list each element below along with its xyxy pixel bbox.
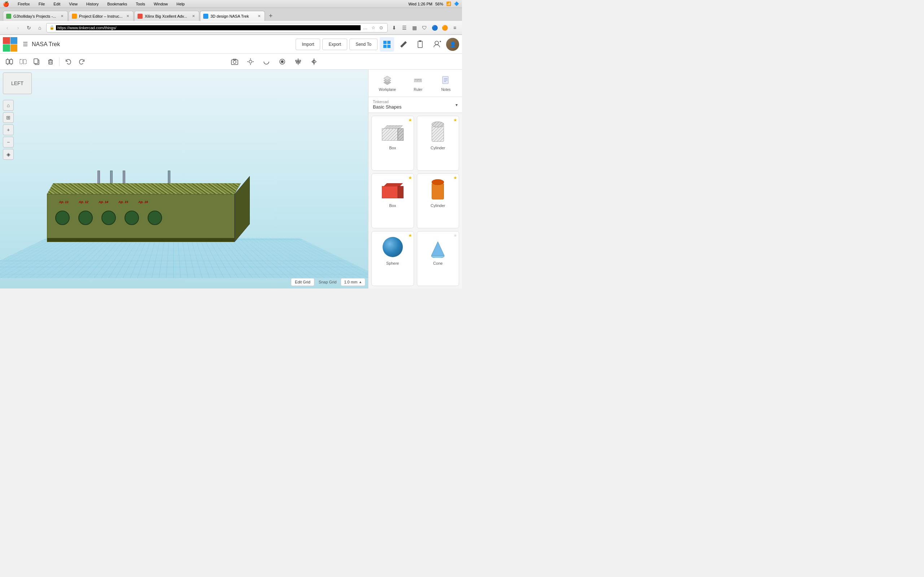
cyl-orange-visual [429, 179, 447, 200]
bottom-bar: Edit Grid Snap Grid 1.0 mm ▲ [291, 278, 365, 286]
shape-box-red[interactable]: ★ Box [372, 174, 414, 228]
undo-btn[interactable] [62, 55, 75, 68]
star-icon[interactable]: ★ [408, 118, 412, 122]
notes-tool[interactable]: Notes [436, 73, 456, 94]
shield-icon[interactable]: 🛡 [420, 23, 429, 32]
shape-btn[interactable] [260, 55, 273, 68]
user-avatar[interactable]: 👤 [446, 38, 459, 51]
box-right-face [398, 186, 404, 198]
delete-btn[interactable] [44, 55, 57, 68]
dropdown-arrow-icon: ▾ [456, 102, 458, 108]
shape-cone[interactable]: ★ Cone [417, 231, 459, 286]
new-tab-btn[interactable]: + [266, 11, 276, 21]
duplicate-btn[interactable] [30, 55, 43, 68]
address-bar[interactable]: 🔒 https://www.tinkercad.com/things/ … ☆ … [46, 23, 388, 32]
sendto-btn[interactable]: Send To [349, 39, 378, 50]
align-btn[interactable] [292, 55, 305, 68]
perspective-btn[interactable]: ◈ [3, 149, 14, 160]
back-btn[interactable]: ‹ [3, 23, 11, 32]
tab-nasa-trek[interactable]: 3D design NASA Trek ✕ [200, 11, 265, 21]
menubar-view[interactable]: View [68, 2, 79, 6]
star-icon[interactable]: ★ [408, 233, 412, 238]
shape-sphere-blue[interactable]: ★ Sphere [372, 231, 414, 286]
profile-icon[interactable]: 🟠 [440, 23, 449, 32]
star-icon[interactable]: ★ [408, 175, 412, 180]
sync-icon[interactable]: 🔵 [430, 23, 439, 32]
view-label[interactable]: LEFT [3, 73, 32, 94]
zoom-out-btn[interactable]: − [3, 137, 14, 148]
tab-close-btn[interactable]: ✕ [60, 14, 65, 19]
edit-grid-btn[interactable]: Edit Grid [291, 278, 314, 286]
clipboard-btn[interactable] [413, 37, 427, 52]
bookmark-icon[interactable]: ☆ [370, 24, 376, 31]
ungroup-btn[interactable] [16, 55, 30, 68]
tab-view-icon[interactable]: ▦ [410, 23, 419, 32]
reload-btn[interactable]: ↻ [24, 23, 33, 32]
tab-close-btn[interactable]: ✕ [257, 14, 262, 19]
tab-close-btn[interactable]: ✕ [125, 14, 130, 19]
pickaxe-btn[interactable] [396, 37, 411, 52]
snap-value[interactable]: 1.0 mm ▲ [341, 278, 365, 286]
redo-btn[interactable] [76, 55, 89, 68]
add-user-btn[interactable] [430, 37, 444, 52]
menubar-window[interactable]: Window [152, 2, 169, 6]
tinkercad-bar: ☰ NASA Trek Import Export Send To 👤 [0, 35, 462, 54]
tab-project-editor[interactable]: Project Editor – Instruc... ✕ [69, 11, 134, 21]
library-icon[interactable]: ☰ [400, 23, 409, 32]
menu-icon[interactable]: ≡ [451, 23, 459, 32]
ruler-tool[interactable]: Ruler [408, 73, 428, 94]
menubar-time: Wed 1:26 PM [409, 2, 432, 6]
browser-right-icons: ⬇ ☰ ▦ 🛡 🔵 🟠 ≡ [390, 23, 459, 32]
group-btn[interactable] [3, 55, 16, 68]
light-btn[interactable] [244, 55, 257, 68]
svg-marker-32 [312, 60, 314, 63]
tab-xilinx[interactable]: Xilinx Big Xcellent Adv... ✕ [134, 11, 199, 21]
export-btn[interactable]: Export [322, 39, 347, 50]
tinkercad-logo[interactable] [3, 37, 17, 52]
tab-label: Xilinx Big Xcellent Adv... [145, 14, 189, 18]
shapes-dropdown[interactable]: Tinkercad Basic Shapes ▾ [368, 97, 462, 113]
shape-visual [380, 234, 405, 259]
download-icon[interactable]: ⬇ [390, 23, 399, 32]
tab-favicon [6, 14, 11, 19]
tab-close-btn[interactable]: ✕ [191, 14, 196, 19]
tab-favicon [137, 14, 142, 19]
tab-label: Project Editor – Instruc... [79, 14, 123, 18]
home-view-btn[interactable]: ⌂ [3, 100, 14, 111]
menubar-firefox[interactable]: Firefox [16, 2, 31, 6]
cyl-top [432, 121, 444, 127]
menubar-tools[interactable]: Tools [134, 2, 147, 6]
menubar-file[interactable]: File [37, 2, 47, 6]
3d-viewport[interactable]: LEFT ⌂ ⊞ + − ◈ [0, 69, 368, 288]
menubar-help[interactable]: Help [175, 2, 186, 6]
grid-view-btn[interactable] [380, 37, 394, 52]
star-icon[interactable]: ★ [453, 118, 457, 122]
logo-i [10, 37, 18, 44]
box-front: Ap. 11 Ap. 12 Ap. 14 Ap. 15 Ap. 16 [47, 194, 234, 242]
menubar-edit[interactable]: Edit [52, 2, 62, 6]
fit-view-btn[interactable]: ⊞ [3, 112, 14, 123]
pocket-icon[interactable]: ⊙ [378, 24, 384, 31]
menu-list-icon[interactable]: ☰ [20, 39, 30, 49]
shape-cyl-gray[interactable]: ★ Cylinder [417, 116, 459, 171]
menubar-bookmarks[interactable]: Bookmarks [106, 2, 129, 6]
mirror-btn[interactable] [307, 55, 320, 68]
tab-g3holliday[interactable]: G3holliday's Projects -... ✕ [3, 11, 68, 21]
apple-menu[interactable]: 🍎 [3, 1, 9, 7]
forward-btn[interactable]: › [14, 23, 23, 32]
camera-btn[interactable] [228, 55, 241, 68]
star-icon[interactable]: ★ [453, 175, 457, 180]
hole-btn[interactable] [276, 55, 289, 68]
shape-label: Box [389, 203, 396, 208]
home-btn[interactable]: ⌂ [36, 23, 44, 32]
shape-visual [380, 177, 405, 202]
import-btn[interactable]: Import [296, 39, 320, 50]
edit-toolbar [0, 54, 462, 69]
workplane-tool[interactable]: Workplane [375, 73, 401, 94]
more-icon[interactable]: … [362, 24, 368, 31]
shape-cyl-orange[interactable]: ★ Cylinder [417, 174, 459, 228]
shape-box-gray[interactable]: ★ Box [372, 116, 414, 171]
menubar-history[interactable]: History [85, 2, 100, 6]
star-icon[interactable]: ★ [453, 233, 457, 238]
zoom-in-btn[interactable]: + [3, 124, 14, 135]
